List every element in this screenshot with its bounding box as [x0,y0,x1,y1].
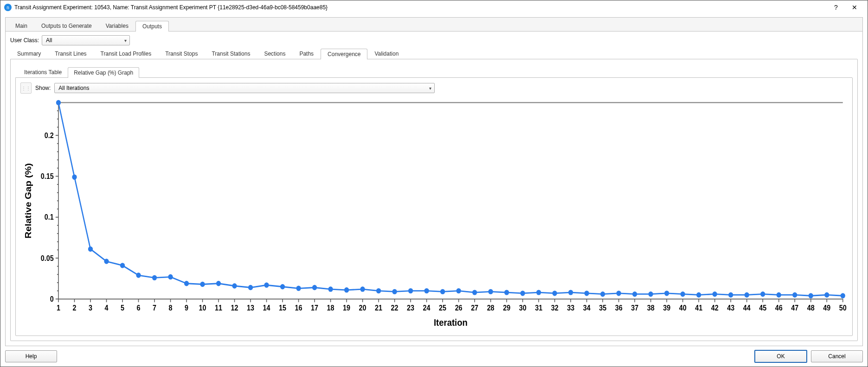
svg-text:0.1: 0.1 [45,213,54,221]
svg-point-135 [88,247,93,252]
svg-point-133 [56,100,61,105]
svg-text:39: 39 [663,304,670,312]
svg-point-146 [264,283,269,288]
svg-text:33: 33 [567,304,574,312]
svg-text:13: 13 [247,304,254,312]
chart-area: 00.050.10.150.21234567891011121314151617… [20,97,848,331]
svg-text:10: 10 [199,304,206,312]
svg-text:50: 50 [839,304,847,312]
svg-point-147 [280,284,285,289]
svg-text:29: 29 [503,304,510,312]
svg-text:15: 15 [279,304,286,312]
svg-text:21: 21 [375,304,382,312]
svg-text:30: 30 [519,304,527,312]
convergence-body: Iterations Table Relative Gap (%) Graph … [10,59,858,341]
svg-point-162 [521,291,525,296]
svg-point-136 [104,259,109,264]
svg-text:0: 0 [50,295,54,303]
svg-text:37: 37 [631,304,638,312]
user-class-select[interactable]: All ▾ [42,35,130,45]
svg-point-169 [632,291,637,297]
subtab-transit-load-profiles[interactable]: Transit Load Profiles [94,48,159,59]
subtab-transit-lines[interactable]: Transit Lines [48,48,93,59]
svg-text:42: 42 [711,304,719,312]
svg-text:36: 36 [615,304,623,312]
svg-point-141 [184,281,189,286]
svg-point-167 [600,291,605,297]
titlebar: n Transit Assignment Experiment: 10543, … [0,0,868,14]
drag-handle-icon[interactable]: ⋮⋮ [20,82,32,94]
svg-text:49: 49 [823,304,830,312]
show-iterations-value: All Iterations [58,85,89,91]
svg-text:35: 35 [599,304,606,312]
svg-point-137 [120,263,125,268]
subtab-convergence[interactable]: Convergence [321,49,367,59]
tab-main[interactable]: Main [8,20,34,31]
help-button[interactable]: Help [5,350,57,362]
svg-point-151 [344,287,349,292]
svg-point-139 [152,275,157,280]
svg-point-150 [328,286,333,291]
svg-text:2: 2 [72,304,76,312]
ok-button[interactable]: OK [754,350,807,363]
svg-text:32: 32 [551,304,559,312]
user-class-select-value: All [46,37,52,44]
tab-outputs[interactable]: Outputs [135,21,169,32]
dialog-window: n Transit Assignment Experiment: 10543, … [0,0,868,367]
innertab-iterations-table[interactable]: Iterations Table [18,67,68,77]
show-toolbar: ⋮⋮ Show: All Iterations ▾ [20,82,848,94]
subtab-transit-stops[interactable]: Transit Stops [158,48,205,59]
tab-outputs-to-generate[interactable]: Outputs to Generate [34,20,99,31]
main-tabs: Main Outputs to Generate Variables Outpu… [6,18,862,31]
show-label: Show: [35,85,51,91]
svg-point-152 [360,286,365,291]
close-titlebar-button[interactable]: ✕ [845,1,864,14]
svg-text:45: 45 [759,304,766,312]
svg-text:6: 6 [137,304,141,312]
svg-text:27: 27 [471,304,478,312]
svg-point-154 [392,289,397,294]
relative-gap-chart: 00.050.10.150.21234567891011121314151617… [20,97,848,331]
svg-point-176 [745,292,749,297]
svg-text:4: 4 [105,304,109,312]
cancel-button[interactable]: Cancel [811,350,863,362]
svg-text:26: 26 [455,304,463,312]
svg-text:18: 18 [327,304,334,312]
subtab-transit-stations[interactable]: Transit Stations [205,48,257,59]
user-class-label: User Class: [10,37,39,44]
svg-text:16: 16 [295,304,302,312]
subtab-summary[interactable]: Summary [10,48,48,59]
svg-point-156 [424,288,429,293]
svg-point-155 [408,288,413,293]
subtab-validation[interactable]: Validation [367,48,405,59]
svg-text:46: 46 [775,304,783,312]
tab-variables[interactable]: Variables [99,20,135,31]
subtab-paths[interactable]: Paths [292,48,321,59]
subtab-sections[interactable]: Sections [257,48,292,59]
svg-point-165 [568,290,573,295]
svg-text:19: 19 [343,304,350,312]
svg-point-177 [760,291,765,297]
svg-point-178 [777,292,781,297]
svg-text:12: 12 [231,304,238,312]
svg-point-182 [841,293,845,298]
svg-text:22: 22 [391,304,399,312]
svg-point-143 [216,281,221,286]
svg-point-163 [536,290,541,295]
show-iterations-select[interactable]: All Iterations ▾ [54,83,435,93]
svg-text:48: 48 [807,304,815,312]
chevron-down-icon: ▾ [124,38,127,43]
innertab-relative-gap-graph[interactable]: Relative Gap (%) Graph [68,67,139,78]
relative-gap-graph-body: ⋮⋮ Show: All Iterations ▾ 00.050.10.150.… [15,77,853,336]
svg-point-144 [232,283,237,288]
svg-point-153 [376,288,381,293]
svg-text:20: 20 [359,304,366,312]
svg-point-138 [136,272,141,278]
window-title: Transit Assignment Experiment: 10543, Na… [14,4,827,11]
output-subtabs: Summary Transit Lines Transit Load Profi… [10,48,858,59]
app-icon: n [4,4,12,11]
svg-text:38: 38 [647,304,655,312]
svg-text:23: 23 [407,304,414,312]
help-titlebar-button[interactable]: ? [827,1,845,14]
tab-outputs-body: User Class: All ▾ Summary Transit Lines … [6,31,862,346]
